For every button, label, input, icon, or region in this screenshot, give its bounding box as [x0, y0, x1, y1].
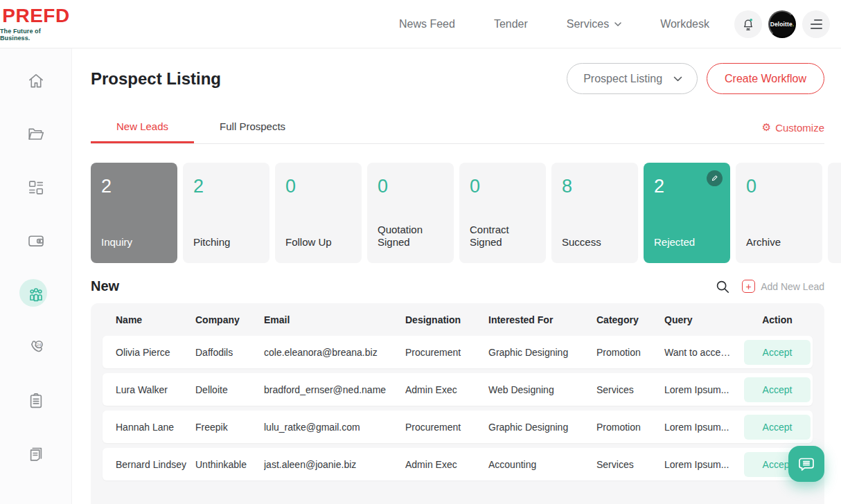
sidebar-item-home[interactable]	[27, 72, 45, 90]
cell-category: Services	[596, 384, 664, 395]
column-header-action: Action	[762, 314, 793, 325]
column-header-company: Company	[195, 314, 264, 325]
pipeline-card-success[interactable]: 8 Success	[551, 163, 638, 263]
card-count: 0	[285, 176, 351, 197]
sidebar-item-reports[interactable]	[27, 445, 45, 463]
accept-button[interactable]: Accept	[744, 340, 811, 365]
search-icon	[715, 279, 730, 294]
column-header-query: Query	[664, 314, 742, 325]
table-row: Lura Walker Delloite bradford_ernser@ned…	[103, 373, 813, 406]
table-row: Bernard Lindsey Unthinkable jast.aleen@j…	[103, 448, 813, 480]
accept-button[interactable]: Accept	[744, 415, 811, 440]
card-count: 8	[562, 176, 628, 197]
cell-email: cole.eleanora@breana.biz	[264, 347, 405, 358]
chevron-down-icon	[614, 22, 621, 26]
card-count: 0	[470, 176, 535, 197]
cell-designation: Procurement	[405, 422, 488, 433]
notification-dot	[750, 18, 752, 21]
cell-company: Daffodils	[195, 347, 264, 358]
cell-interested-for: Graphic Designing	[488, 422, 596, 433]
table-row: Olivia Pierce Daffodils cole.eleanora@br…	[103, 336, 813, 368]
add-new-lead-button[interactable]: + Add New Lead	[742, 280, 824, 293]
top-navigation: News Feed Tender Services Workdesk	[72, 0, 841, 48]
cell-designation: Admin Exec	[405, 384, 488, 395]
sidebar: 24	[0, 48, 72, 504]
sidebar-item-support[interactable]: 24	[27, 339, 45, 357]
nav-icons: Deloitte.	[734, 10, 830, 38]
support-24-icon: 24	[27, 339, 45, 357]
tab-new-leads[interactable]: New Leads	[91, 111, 194, 143]
cell-interested-for: Graphic Designing	[488, 347, 596, 358]
tabs: New Leads Full Prospects	[91, 111, 311, 143]
user-avatar[interactable]: Deloitte.	[768, 10, 796, 38]
document-icon	[27, 445, 45, 463]
chevron-down-icon	[673, 76, 682, 82]
cell-name: Lura Walker	[103, 384, 195, 395]
table-body: Olivia Pierce Daffodils cole.eleanora@br…	[91, 336, 824, 480]
cell-query: Lorem Ipsum...	[664, 422, 742, 433]
nav-item-tender[interactable]: Tender	[494, 18, 528, 30]
header-controls: Prospect Listing Create Workflow	[567, 63, 824, 94]
pipeline-cards: 2 Inquiry 2 Pitching 0 Follow Up 0 Quota…	[91, 163, 841, 263]
pipeline-card-inquiry[interactable]: 2 Inquiry	[91, 163, 177, 263]
search-button[interactable]	[715, 279, 730, 294]
nav-label: Services	[567, 18, 609, 30]
sidebar-item-files[interactable]	[27, 125, 45, 143]
bell-icon	[741, 17, 756, 32]
page-header: Prospect Listing Prospect Listing Create…	[91, 63, 824, 94]
plus-icon: +	[742, 280, 755, 293]
workflow-select[interactable]: Prospect Listing	[567, 63, 698, 94]
cell-interested-for: Web Designing	[488, 384, 596, 395]
table-row: Hannah Lane Freepik lulu_ratke@gmail.com…	[103, 411, 813, 443]
create-workflow-button[interactable]: Create Workflow	[707, 63, 824, 94]
card-label: Success	[562, 236, 628, 249]
pipeline-card-rejected[interactable]: 2 Rejected	[644, 163, 730, 263]
card-label: Quotation Signed	[378, 224, 443, 250]
brand-logo[interactable]: PREFD The Future of Business.	[0, 0, 72, 48]
pipeline-card-quotation-signed[interactable]: 0 Quotation Signed	[367, 163, 454, 263]
nav-label: News Feed	[399, 18, 455, 30]
cell-category: Services	[596, 459, 664, 470]
cell-query: Lorem Ipsum...	[664, 384, 742, 395]
customize-button[interactable]: ⚙ Customize	[762, 122, 824, 143]
card-count: 0	[746, 176, 812, 197]
pipeline-card-pitching[interactable]: 2 Pitching	[183, 163, 269, 263]
cell-company: Delloite	[195, 384, 264, 395]
card-label: Follow Up	[285, 236, 351, 249]
pipeline-card-follow-up[interactable]: 0 Follow Up	[275, 163, 362, 263]
leads-table: Name Company Email Designation Intereste…	[91, 303, 824, 504]
pencil-icon	[711, 174, 718, 182]
card-label: Inquiry	[101, 236, 167, 249]
sidebar-item-prospects[interactable]	[27, 285, 45, 303]
cell-category: Promotion	[596, 422, 664, 433]
cell-query: Lorem Ipsum...	[664, 459, 742, 470]
card-label: Rejected	[654, 236, 720, 249]
hamburger-icon	[811, 19, 822, 29]
cell-name: Hannah Lane	[103, 422, 195, 433]
accept-button[interactable]: Accept	[744, 377, 811, 402]
pipeline-card-partial[interactable]	[828, 163, 841, 263]
card-label: Contract Signed	[470, 224, 535, 250]
section-tools: + Add New Lead	[715, 279, 824, 294]
tab-full-prospects[interactable]: Full Prospects	[194, 111, 311, 143]
card-count: 2	[193, 176, 259, 197]
pipeline-card-archive[interactable]: 0 Archive	[736, 163, 822, 263]
pipeline-card-contract-signed[interactable]: 0 Contract Signed	[459, 163, 546, 263]
sidebar-item-tasks[interactable]	[27, 392, 45, 410]
avatar-dot: .	[793, 21, 794, 28]
notifications-button[interactable]	[734, 10, 762, 38]
cell-email: lulu_ratke@gmail.com	[264, 422, 405, 433]
menu-button[interactable]	[802, 10, 830, 38]
wallet-icon	[27, 232, 45, 250]
nav-item-news-feed[interactable]: News Feed	[399, 18, 455, 30]
add-new-lead-label: Add New Lead	[761, 281, 824, 292]
nav-item-services[interactable]: Services	[567, 18, 621, 30]
sidebar-item-wallet[interactable]	[27, 232, 45, 250]
sidebar-item-dashboard[interactable]	[27, 179, 45, 197]
nav-item-workdesk[interactable]: Workdesk	[660, 18, 709, 30]
chat-fab-button[interactable]	[788, 446, 824, 482]
cell-company: Freepik	[195, 422, 264, 433]
column-header-email: Email	[264, 314, 405, 325]
chat-bubble-icon	[797, 454, 816, 474]
edit-pencil-button[interactable]	[707, 170, 723, 186]
